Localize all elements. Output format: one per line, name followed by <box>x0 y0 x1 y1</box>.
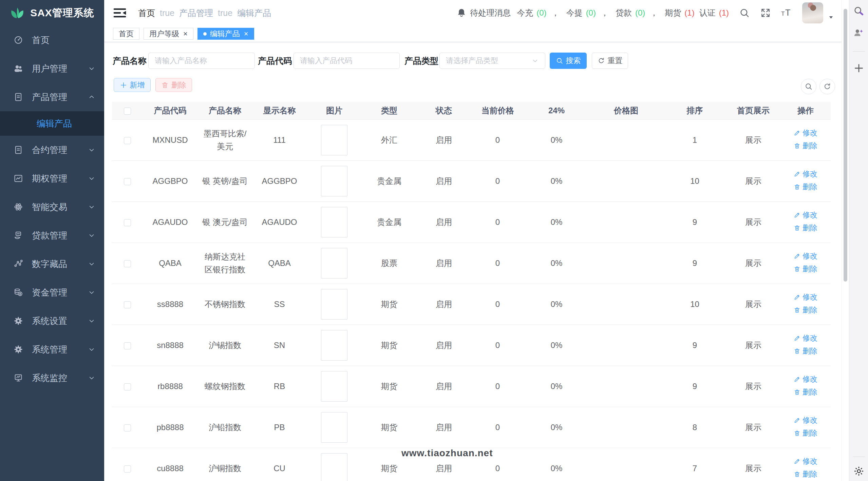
row-checkbox[interactable] <box>124 219 131 226</box>
row-checkbox[interactable] <box>124 178 131 185</box>
delete-row-button[interactable]: 删除 <box>794 468 817 480</box>
edit-button[interactable]: 修改 <box>794 415 817 426</box>
search-icon[interactable] <box>739 7 750 18</box>
sidebar-item-system-management[interactable]: 系统管理 <box>0 335 104 364</box>
panel-settings-icon[interactable] <box>853 465 865 477</box>
product-image[interactable] <box>321 453 347 481</box>
delete-row-button[interactable]: 删除 <box>794 263 817 275</box>
panel-add-icon[interactable] <box>853 62 865 74</box>
reset-button[interactable]: 重置 <box>592 53 628 69</box>
product-image[interactable] <box>321 166 347 196</box>
sidebar-item-smart-trading[interactable]: 智能交易 <box>0 193 104 221</box>
close-tab-icon[interactable]: × <box>244 30 248 38</box>
edit-button[interactable]: 修改 <box>794 332 817 344</box>
edit-button[interactable]: 修改 <box>794 250 817 262</box>
fullscreen-icon[interactable] <box>760 7 771 18</box>
sidebar-item-user-management[interactable]: 用户管理 <box>0 54 104 83</box>
breadcrumb-item[interactable]: 首页 <box>138 7 155 19</box>
row-checkbox[interactable] <box>124 137 131 144</box>
tab-user-level[interactable]: 用户等级 × <box>144 28 193 40</box>
notice-loan[interactable]: 贷款 (0) ， <box>611 7 660 18</box>
delete-row-button[interactable]: 删除 <box>794 427 817 439</box>
notice-today-deposit[interactable]: 今充 (0) ， <box>512 7 561 18</box>
row-checkbox[interactable] <box>124 465 131 473</box>
notice-today-withdraw[interactable]: 今提 (0) ， <box>562 7 611 18</box>
delete-row-button[interactable]: 删除 <box>794 386 817 398</box>
notice-verification[interactable]: 认证 (1) <box>695 7 729 18</box>
cell-current-price: 0 <box>471 284 524 325</box>
sidebar-item-digital-collection[interactable]: 数字藏品 <box>0 250 104 278</box>
cell-24pct: 0% <box>524 407 589 448</box>
sidebar-item-home[interactable]: 首页 <box>0 26 104 54</box>
row-checkbox[interactable] <box>124 383 131 390</box>
chevron-down-icon[interactable] <box>828 14 834 20</box>
breadcrumb-item[interactable]: 编辑产品 <box>237 7 271 19</box>
cell-status: 启用 <box>417 284 471 325</box>
delete-row-button[interactable]: 删除 <box>794 140 817 152</box>
sidebar-item-option-management[interactable]: 期权管理 <box>0 164 104 193</box>
font-size-icon[interactable] <box>781 7 792 18</box>
breadcrumb-item[interactable]: 产品管理 <box>179 7 213 19</box>
delete-button[interactable]: 删除 <box>155 78 192 92</box>
row-checkbox[interactable] <box>124 301 131 308</box>
delete-row-button[interactable]: 删除 <box>794 304 817 316</box>
product-name-input[interactable] <box>148 53 255 69</box>
cell-type: 期货 <box>362 284 417 325</box>
sidebar-item-label: 系统管理 <box>32 344 67 355</box>
product-image[interactable] <box>321 248 347 278</box>
select-all-checkbox[interactable] <box>124 108 131 115</box>
edit-button[interactable]: 修改 <box>794 127 817 139</box>
cell-display-name: AGGBPO <box>252 160 307 201</box>
bell-icon[interactable] <box>456 8 467 18</box>
delete-row-button[interactable]: 删除 <box>794 222 817 234</box>
product-type-select[interactable]: 请选择产品类型 <box>439 53 545 69</box>
edit-button[interactable]: 修改 <box>794 168 817 180</box>
notice-futures[interactable]: 期货 (1) <box>660 7 694 18</box>
edit-button[interactable]: 修改 <box>794 373 817 385</box>
product-image[interactable] <box>321 371 347 402</box>
sidebar-item-system-monitor[interactable]: 系统监控 <box>0 364 104 392</box>
delete-row-button[interactable]: 删除 <box>794 345 817 357</box>
main-area: 首页 true 产品管理 true 编辑产品 待处理消息 今充 (0) ， 今提… <box>104 0 842 481</box>
row-checkbox[interactable] <box>124 260 131 267</box>
chevron-down-icon <box>88 289 95 296</box>
leaf-logo-icon <box>10 6 25 20</box>
cell-current-price: 0 <box>471 243 524 284</box>
sidebar-item-edit-product[interactable]: 编辑产品 <box>0 111 104 136</box>
sidebar-item-product-management[interactable]: 产品管理 <box>0 83 104 111</box>
product-image[interactable] <box>321 412 347 443</box>
cell-product-name: 螺纹钢指数 <box>198 366 252 407</box>
sidebar-item-loan-management[interactable]: 贷款管理 <box>0 221 104 250</box>
table-search-button[interactable] <box>801 79 816 94</box>
notice-list: 今充 (0) ， 今提 (0) ， 贷款 (0) ， 期货 (1) 认证 (1) <box>512 7 729 18</box>
tab-home[interactable]: 首页 <box>113 28 139 40</box>
sidebar-item-fund-management[interactable]: 资金管理 <box>0 278 104 307</box>
add-button[interactable]: 新增 <box>114 78 151 92</box>
product-image[interactable] <box>321 289 347 320</box>
product-code-input[interactable] <box>294 53 400 69</box>
edit-button[interactable]: 修改 <box>794 291 817 303</box>
table-refresh-button[interactable] <box>819 79 835 94</box>
monitor-icon <box>14 373 23 383</box>
cell-sort: 9 <box>663 243 726 284</box>
sidebar-collapse-icon[interactable] <box>113 7 127 19</box>
avatar[interactable] <box>802 2 823 23</box>
edit-button[interactable]: 修改 <box>794 456 817 467</box>
row-checkbox[interactable] <box>124 342 131 349</box>
sidebar-item-contract-management[interactable]: 合约管理 <box>0 136 104 164</box>
panel-profiles-icon[interactable] <box>853 27 865 39</box>
panel-search-icon[interactable] <box>853 5 865 17</box>
product-image[interactable] <box>321 125 347 155</box>
cell-price-chart <box>589 284 663 325</box>
scrollbar-thumb[interactable] <box>844 9 847 282</box>
delete-row-button[interactable]: 删除 <box>794 181 817 193</box>
edit-button[interactable]: 修改 <box>794 209 817 221</box>
tab-edit-product[interactable]: 编辑产品 × <box>197 28 254 40</box>
search-button[interactable]: 搜索 <box>550 53 587 69</box>
table-row: sn8888 沪锡指数 SN 期货 启用 0 0% 9 展示 修改 删除 <box>112 325 831 366</box>
product-image[interactable] <box>321 207 347 237</box>
row-checkbox[interactable] <box>124 424 131 431</box>
close-tab-icon[interactable]: × <box>183 30 188 38</box>
product-image[interactable] <box>321 330 347 361</box>
sidebar-item-system-settings[interactable]: 系统设置 <box>0 307 104 335</box>
